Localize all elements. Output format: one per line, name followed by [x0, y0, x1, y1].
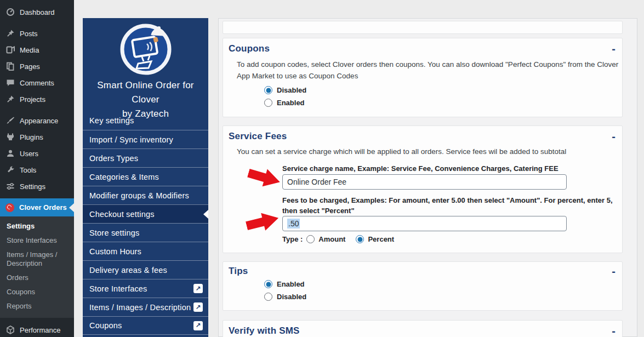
brush-icon	[5, 116, 15, 125]
collapse-button[interactable]: -	[612, 133, 615, 140]
plugin-menu-key-settings[interactable]: Key settings	[83, 111, 208, 130]
service-charge-name-label: Service charge name, Example: Service Fe…	[282, 163, 558, 174]
tips-section: Tips - Enabled Disabled	[223, 261, 623, 311]
tips-enabled-option: Enabled	[264, 280, 305, 288]
sidebar-item-appearance[interactable]: Appearance	[0, 112, 74, 129]
radio-enabled[interactable]	[264, 280, 272, 288]
radio-enabled[interactable]	[264, 99, 272, 107]
sidebar-item-users[interactable]: Users	[0, 145, 74, 162]
submenu-item-items-images-description[interactable]: Items / Images / Description	[0, 248, 74, 271]
service-fees-section: Service Fees - You can set a service cha…	[223, 125, 623, 253]
radio-disabled[interactable]	[264, 86, 272, 94]
smart-online-order-logo	[83, 18, 208, 76]
plugin-menu-store-settings[interactable]: Store settings	[83, 223, 208, 242]
sidebar-item-label: Media	[20, 46, 39, 54]
cube-icon	[5, 325, 15, 335]
comments-icon	[5, 78, 15, 88]
pages-icon	[5, 62, 15, 71]
type-label: Type :	[282, 235, 303, 243]
selected-input-text: .50	[287, 219, 300, 229]
sidebar-item-comments[interactable]: Comments	[0, 75, 74, 91]
sidebar-item-clover-orders[interactable]: Clover Orders	[0, 198, 74, 216]
sidebar-item-label: Appearance	[20, 117, 58, 125]
previous-section-partial	[223, 21, 623, 34]
clover-icon	[5, 203, 14, 212]
radio-label: Enabled	[277, 99, 305, 107]
plugin-settings-panel: Smart Online Order for Clover by Zaytech…	[83, 18, 208, 337]
coupons-disabled-option: Disabled	[264, 86, 306, 94]
verify-sms-section: Verify with SMS -	[223, 320, 623, 337]
service-fee-type-row: Type : Amount Percent	[282, 235, 394, 243]
plugin-menu: Key settings Import / Sync inventory Ord…	[83, 111, 208, 335]
pin-icon	[5, 29, 15, 38]
sidebar-item-plugins[interactable]: Plugins	[0, 129, 74, 145]
submenu-item-settings[interactable]: Settings	[0, 219, 74, 233]
collapse-button[interactable]: -	[612, 45, 615, 53]
radio-label: Amount	[318, 235, 345, 243]
radio-percent[interactable]	[356, 235, 364, 243]
service-fees-section-title: Service Fees	[229, 131, 287, 142]
pin-icon	[5, 95, 15, 104]
sidebar-item-label: Posts	[20, 30, 38, 38]
sidebar-item-label: Comments	[20, 79, 54, 87]
submenu-item-reports[interactable]: Reports	[0, 299, 74, 313]
collapse-button[interactable]: -	[612, 267, 615, 275]
coupons-enabled-option: Enabled	[264, 99, 305, 107]
plugin-menu-checkout-settings[interactable]: Checkout settings	[83, 204, 208, 223]
plugin-menu-orders-types[interactable]: Orders Types	[83, 148, 208, 167]
sidebar-item-projects[interactable]: Projects	[0, 91, 74, 107]
external-link-icon: ↗	[193, 302, 203, 312]
plugin-menu-items-images-description[interactable]: Items / Images / Description↗	[83, 298, 208, 316]
collapse-button[interactable]: -	[612, 327, 615, 335]
sidebar-item-label: Settings	[20, 182, 45, 191]
radio-label: Disabled	[277, 86, 306, 94]
sidebar-item-posts[interactable]: Posts	[0, 25, 74, 42]
radio-label: Percent	[368, 235, 394, 243]
plugin-menu-store-interfaces[interactable]: Store Interfaces↗	[83, 279, 208, 298]
submenu-item-orders[interactable]: Orders	[0, 271, 74, 285]
sidebar-item-settings[interactable]: Settings	[0, 178, 74, 195]
coupons-description: To add coupon codes, select Clover order…	[237, 59, 618, 82]
plugin-menu-custom-hours[interactable]: Custom Hours	[83, 242, 208, 260]
plugin-menu-modifier-groups[interactable]: Modifier groups & Modifiers	[83, 186, 208, 204]
submenu-item-store-interfaces[interactable]: Store Interfaces	[0, 233, 74, 248]
coupons-section: Coupons - To add coupon codes, select Cl…	[223, 38, 623, 117]
tips-disabled-option: Disabled	[264, 293, 306, 301]
sidebar-item-label: Projects	[20, 95, 45, 104]
sidebar-item-dashboard[interactable]: Dashboard	[0, 4, 74, 20]
wp-admin-sidebar: Dashboard Posts Media Pages Comments Pro…	[0, 0, 74, 337]
plugin-menu-categories-items[interactable]: Categories & Items	[83, 167, 208, 186]
sidebar-item-label: Plugins	[20, 133, 43, 141]
radio-label: Disabled	[277, 293, 306, 301]
radio-amount[interactable]	[306, 235, 315, 243]
sidebar-item-pages[interactable]: Pages	[0, 58, 74, 75]
tips-section-title: Tips	[229, 266, 248, 277]
external-link-icon: ↗	[193, 321, 203, 330]
submenu-item-coupons[interactable]: Coupons	[0, 285, 74, 299]
service-fees-description: You can set a service charge which will …	[237, 146, 566, 157]
sidebar-item-performance[interactable]: Performance	[0, 322, 74, 337]
sidebar-item-tools[interactable]: Tools	[0, 162, 74, 178]
sidebar-item-label: Clover Orders	[19, 203, 67, 212]
sidebar-item-label: Performance	[20, 326, 60, 334]
user-icon	[5, 149, 15, 158]
wrench-icon	[5, 165, 15, 175]
external-link-icon: ↗	[193, 284, 203, 293]
dashboard-icon	[5, 8, 15, 17]
radio-label: Enabled	[277, 280, 305, 288]
settings-content: Coupons - To add coupon codes, select Cl…	[218, 18, 637, 337]
plugin-menu-coupons[interactable]: Coupons↗	[83, 316, 208, 335]
sidebar-item-label: Dashboard	[20, 8, 55, 16]
plugin-title-line1: Smart Online Order for Clover	[83, 78, 208, 107]
plugin-menu-import-sync-inventory[interactable]: Import / Sync inventory	[83, 130, 208, 148]
plugin-menu-delivery-areas-fees[interactable]: Delivery areas & fees	[83, 260, 208, 279]
sidebar-item-media[interactable]: Media	[0, 42, 74, 58]
sidebar-item-label: Pages	[20, 62, 40, 71]
service-fee-amount-label: Fees to be charged, Examples: For amount…	[282, 195, 613, 216]
media-icon	[5, 45, 15, 55]
radio-disabled[interactable]	[264, 293, 272, 301]
service-fee-amount-input[interactable]: .50	[282, 216, 567, 231]
service-charge-name-input[interactable]	[282, 174, 567, 190]
plugin-icon	[5, 133, 15, 142]
coupons-section-title: Coupons	[229, 43, 270, 54]
